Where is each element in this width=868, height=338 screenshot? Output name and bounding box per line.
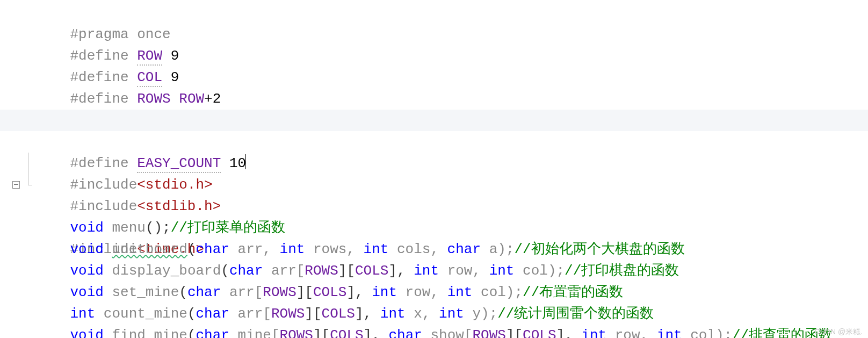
code-line: #include<time.h> [0,174,868,196]
code-line: void find_mine(char mine[ROWS][COLS], ch… [0,303,868,325]
code-line: #include<stdlib.h> [0,153,868,174]
code-line: #include<stdio.h> [0,131,868,153]
watermark: CSDN @米糕. [814,327,863,336]
code-line: #define COLS COL+2 [0,88,868,110]
macro-ref: ROWS [472,327,505,338]
macro-ref: COLS [523,327,556,338]
param: col); [682,327,733,338]
macro-ref: COLS [330,327,363,338]
code-line: #pragma once [0,2,868,24]
keyword: void [70,327,103,338]
code-line: void initboard(char arr, int rows, int c… [0,217,868,239]
type: int [581,327,606,338]
punct: ], [364,327,389,338]
fold-guide-end [28,185,32,185]
function-name: find_mine [112,327,187,338]
fold-guide [28,153,28,174]
param: show[ [422,327,473,338]
type: int [657,327,682,338]
param: mine[ [229,327,280,338]
code-line: void menu();//打印菜单的函数 [0,196,868,217]
code-line: int count_mine(char arr[ROWS][COLS], int… [0,282,868,303]
type: char [388,327,422,338]
fold-guide [28,174,28,185]
code-line: #define ROW 9 [0,24,868,45]
code-line: #define COL 9 [0,45,868,67]
code-editor: #pragma once #define ROW 9 #define COL 9… [0,0,868,325]
macro-ref: ROWS [280,327,313,338]
punct: ], [556,327,582,338]
code-line: #define ROWS ROW+2 [0,67,868,88]
param: row, [606,327,657,338]
space [104,327,112,338]
punct: ( [187,327,196,338]
punct: ][ [313,327,330,338]
code-line-current: #define EASY_COUNT 10 [0,110,868,131]
code-line: void display_board(char arr[ROWS][COLS],… [0,239,868,260]
type: char [196,327,229,338]
punct: ][ [506,327,523,338]
code-line: void set_mine(char arr[ROWS][COLS], int … [0,260,868,282]
